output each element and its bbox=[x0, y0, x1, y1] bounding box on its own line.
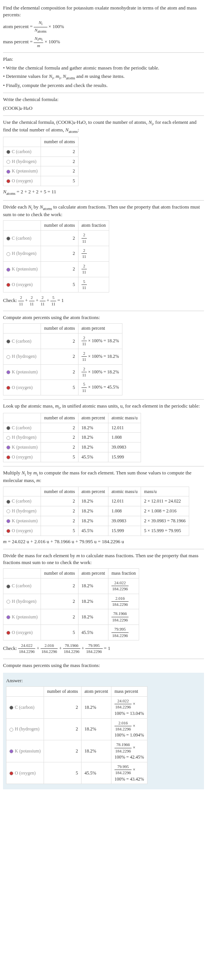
element-dot-icon bbox=[9, 749, 13, 753]
element-dot-icon bbox=[6, 426, 10, 430]
atomfrac-table: number of atomsatom fraction C (carbon)2… bbox=[3, 220, 109, 293]
table-row: K (potassium)2211 bbox=[3, 261, 109, 277]
table-row: K (potassium)2211 × 100% = 18.2% bbox=[3, 364, 122, 380]
table-row: O (oxygen)545.5%79.995184.2296 × 100% = … bbox=[6, 762, 147, 784]
atomicmass-section: Look up the atomic mass, mi, in unified … bbox=[3, 402, 204, 462]
count-intro: Use the chemical formula, (COOK)₂·H₂O, t… bbox=[3, 119, 204, 134]
table-row: K (potassium)2 bbox=[3, 166, 79, 176]
plan-section: Plan: • Write the chemical formula and g… bbox=[3, 56, 204, 89]
plan-bullet-1: • Write the chemical formula and gather … bbox=[3, 65, 204, 72]
molmass-intro: Multiply Ni by mi to compute the mass fo… bbox=[3, 469, 204, 484]
element-dot-icon bbox=[6, 529, 10, 533]
massfrac-check: Check: 24.022184.2296 + 2.016184.2296 + … bbox=[3, 643, 204, 655]
table-row: H (hydrogen)2211 bbox=[3, 246, 109, 261]
element-dot-icon bbox=[6, 445, 10, 449]
table-row: C (carbon)2211 bbox=[3, 231, 109, 246]
count-section: Use the chemical formula, (COOK)₂·H₂O, t… bbox=[3, 119, 204, 196]
element-dot-icon bbox=[9, 706, 13, 710]
count-table: number of atoms C (carbon)2 H (hydrogen)… bbox=[3, 137, 79, 186]
table-row: C (carbon)218.2%12.0112 × 12.011 = 24.02… bbox=[3, 496, 189, 506]
divider bbox=[3, 93, 204, 93]
divider bbox=[3, 659, 204, 659]
table-row: O (oxygen)545.5%79.995184.2296 bbox=[3, 625, 139, 640]
mass-percent-formula: mass percent = Nimim × 100% bbox=[3, 36, 204, 49]
answer-table: number of atomsatom percentmass percent … bbox=[6, 686, 147, 784]
element-dot-icon bbox=[9, 772, 13, 775]
atompct-intro: Compute atom percents using the atom fra… bbox=[3, 314, 204, 321]
divider bbox=[3, 200, 204, 200]
element-dot-icon bbox=[6, 179, 10, 183]
table-row: K (potassium)218.2%78.1966184.2296 bbox=[3, 609, 139, 625]
intro-text: Find the elemental composition for potas… bbox=[3, 5, 204, 18]
plan-bullet-3: • Finally, compute the percents and chec… bbox=[3, 82, 204, 89]
element-dot-icon bbox=[6, 519, 10, 523]
table-row: H (hydrogen)2 bbox=[3, 156, 79, 166]
atomicmass-intro: Look up the atomic mass, mi, in unified … bbox=[3, 402, 204, 410]
element-dot-icon bbox=[6, 237, 10, 240]
answer-box: Answer: number of atomsatom percentmass … bbox=[3, 673, 204, 789]
divider bbox=[3, 466, 204, 466]
massfrac-section: Divide the mass for each element by m to… bbox=[3, 552, 204, 655]
element-dot-icon bbox=[6, 340, 10, 344]
table-row: C (carbon)218.2%12.011 bbox=[3, 423, 141, 433]
element-dot-icon bbox=[6, 150, 10, 154]
element-dot-icon bbox=[6, 283, 10, 287]
table-row: O (oxygen)5511 bbox=[3, 277, 109, 293]
plan-header: Plan: bbox=[3, 56, 204, 63]
formula-text: (COOK)₂·H₂O bbox=[3, 105, 204, 112]
element-dot-icon bbox=[6, 386, 10, 390]
divider bbox=[3, 399, 204, 399]
table-row: C (carbon)218.2%24.022184.2296 × 100% = … bbox=[6, 697, 147, 719]
formula-label: Write the chemical formula: bbox=[3, 96, 204, 103]
masspct-intro: Compute mass percents using the mass fra… bbox=[3, 662, 204, 669]
table-row: O (oxygen)545.5%15.9995 × 15.999 = 79.99… bbox=[3, 526, 189, 536]
element-dot-icon bbox=[6, 615, 10, 619]
table-row: H (hydrogen)2211 × 100% = 18.2% bbox=[3, 349, 122, 364]
divider bbox=[3, 52, 204, 53]
element-dot-icon bbox=[6, 585, 10, 589]
element-dot-icon bbox=[6, 455, 10, 459]
table-row: H (hydrogen)218.2%1.0082 × 1.008 = 2.016 bbox=[3, 506, 189, 516]
plan-bullet-2: • Determine values for Ni, mi, Natoms an… bbox=[3, 73, 204, 81]
atomicmass-table: number of atomsatom percentatomic mass/u… bbox=[3, 413, 141, 462]
atompct-section: Compute atom percents using the atom fra… bbox=[3, 314, 204, 395]
molmass-table: number of atomsatom percentatomic mass/u… bbox=[3, 487, 189, 536]
element-dot-icon bbox=[6, 355, 10, 359]
count-total: Natoms = 2 + 2 + 2 + 5 = 11 bbox=[3, 188, 204, 196]
molmass-section: Multiply Ni by mi to compute the mass fo… bbox=[3, 469, 204, 545]
table-row: H (hydrogen)218.2%2.016184.2296 bbox=[3, 594, 139, 609]
massfrac-table: number of atomsatom percentmass fraction… bbox=[3, 568, 139, 640]
element-dot-icon bbox=[6, 268, 10, 272]
element-dot-icon bbox=[9, 728, 13, 732]
intro-section: Find the elemental composition for potas… bbox=[3, 5, 204, 49]
table-row: K (potassium)218.2%39.09832 × 39.0983 = … bbox=[3, 516, 189, 526]
element-dot-icon bbox=[6, 500, 10, 504]
element-dot-icon bbox=[6, 631, 10, 635]
table-row: O (oxygen)5 bbox=[3, 176, 79, 186]
atomfrac-section: Divide each Ni by Natoms to calculate at… bbox=[3, 204, 204, 307]
table-row: O (oxygen)545.5%15.999 bbox=[3, 452, 141, 462]
masspct-section: Compute mass percents using the mass fra… bbox=[3, 662, 204, 669]
element-dot-icon bbox=[6, 252, 10, 256]
molmass-total: m = 24.022 u + 2.016 u + 78.1966 u + 79.… bbox=[3, 538, 204, 545]
table-row: C (carbon)218.2%24.022184.2296 bbox=[3, 578, 139, 594]
formula-section: Write the chemical formula: (COOK)₂·H₂O bbox=[3, 96, 204, 111]
element-dot-icon bbox=[6, 600, 10, 604]
element-dot-icon bbox=[6, 436, 10, 440]
table-row: C (carbon)2211 × 100% = 18.2% bbox=[3, 334, 122, 349]
element-dot-icon bbox=[6, 170, 10, 173]
divider bbox=[3, 549, 204, 549]
divider bbox=[3, 311, 204, 311]
answer-label: Answer: bbox=[6, 677, 201, 684]
element-dot-icon bbox=[6, 370, 10, 374]
atom-percent-formula: atom percent = NiNatoms × 100% bbox=[3, 20, 204, 34]
table-row: H (hydrogen)218.2%2.016184.2296 × 100% =… bbox=[6, 718, 147, 740]
table-row: H (hydrogen)218.2%1.008 bbox=[3, 433, 141, 442]
table-row: K (potassium)218.2%78.1966184.2296 × 100… bbox=[6, 740, 147, 762]
element-dot-icon bbox=[6, 160, 10, 164]
atompct-table: number of atomsatom percent C (carbon)22… bbox=[3, 323, 122, 395]
table-row: K (potassium)218.2%39.0983 bbox=[3, 442, 141, 452]
table-row: C (carbon)2 bbox=[3, 146, 79, 156]
atomfrac-check: Check: 211 + 211 + 211 + 511 = 1 bbox=[3, 295, 204, 307]
divider bbox=[3, 116, 204, 116]
